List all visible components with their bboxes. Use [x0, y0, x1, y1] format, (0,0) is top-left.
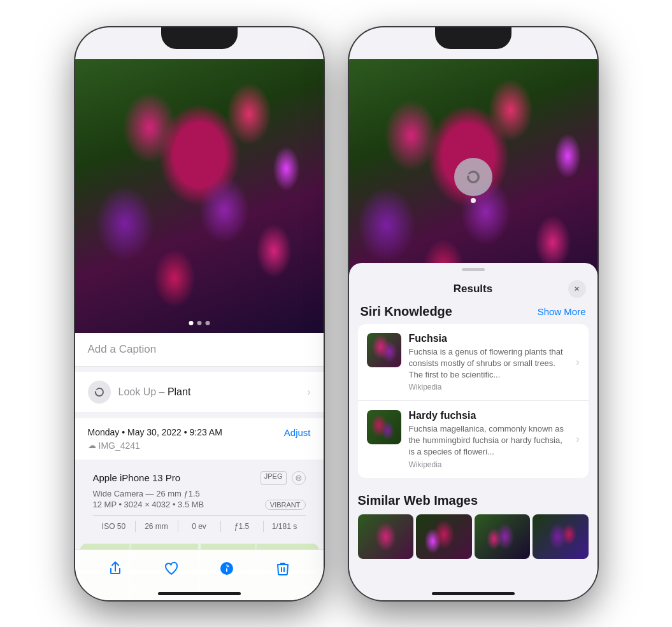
camera-badges: JPEG ◎: [261, 471, 306, 485]
focal-value: 26 mm: [136, 521, 178, 532]
format-badge: JPEG: [261, 471, 287, 485]
similar-images-grid: [358, 514, 589, 559]
similar-image-4[interactable]: [533, 514, 589, 559]
siri-knowledge-header: Siri Knowledge Show More: [358, 304, 589, 319]
cloud-icon: ☁: [88, 440, 96, 450]
similar-title: Similar Web Images: [358, 493, 589, 508]
shutter-value: 1/181 s: [264, 521, 306, 532]
camera-header: Apple iPhone 13 Pro JPEG ◎: [93, 471, 306, 485]
caption-placeholder: Add a Caption: [88, 343, 157, 355]
siri-dot: [471, 198, 476, 203]
vibrant-badge: VIBRANT: [265, 500, 306, 510]
camera-section: Apple iPhone 13 Pro JPEG ◎ Wide Camera —…: [80, 465, 318, 539]
knowledge-item-fuchsia[interactable]: Fuchsia Fuchsia is a genus of flowering …: [358, 324, 589, 402]
hardy-thumb-img: [367, 410, 401, 444]
fuchsia-thumbnail: [367, 333, 401, 367]
results-title: Results: [378, 283, 568, 295]
siri-knowledge-section: Siri Knowledge Show More Fuchsia Fuchsia…: [349, 304, 597, 484]
camera-specs: 12 MP • 3024 × 4032 • 3.5 MB VIBRANT: [93, 500, 306, 510]
home-indicator-right: [432, 592, 515, 595]
lookup-row[interactable]: Look Up – Plant ›: [75, 372, 324, 413]
siri-vision-icon: [88, 381, 111, 404]
siri-knowledge-title: Siri Knowledge: [361, 304, 452, 319]
hardy-fuchsia-description: Fuchsia magellanica, commonly known as t…: [409, 423, 569, 458]
fuchsia-source: Wikipedia: [409, 383, 569, 391]
notch-left: [161, 27, 238, 49]
date-row: Monday • May 30, 2022 • 9:23 AM Adjust: [88, 427, 311, 438]
knowledge-card: Fuchsia Fuchsia is a genus of flowering …: [358, 324, 589, 478]
camera-model: Apple iPhone 13 Pro: [93, 472, 181, 483]
knowledge-item-hardy-fuchsia[interactable]: Hardy fuchsia Fuchsia magellanica, commo…: [358, 401, 589, 478]
siri-visual-search-circle[interactable]: [454, 158, 492, 196]
home-indicator-left: [158, 592, 241, 595]
resolution-info: 12 MP • 3024 × 4032 • 3.5 MB: [93, 500, 204, 509]
hardy-fuchsia-thumbnail: [367, 410, 401, 444]
results-header: Results ×: [349, 271, 597, 304]
lookup-chevron: ›: [307, 386, 310, 398]
delete-button[interactable]: [273, 559, 292, 578]
dot-1: [189, 321, 193, 325]
fuchsia-content: Fuchsia Fuchsia is a genus of flowering …: [409, 333, 569, 392]
like-button[interactable]: [162, 559, 181, 578]
caption-area[interactable]: Add a Caption: [75, 333, 324, 367]
location-badge: ◎: [292, 471, 306, 485]
share-button[interactable]: [106, 559, 125, 578]
photo-indicator: [189, 321, 210, 325]
similar-image-3[interactable]: [475, 514, 531, 559]
hardy-fuchsia-chevron: ›: [576, 433, 579, 445]
dot-2: [197, 321, 201, 325]
hardy-fuchsia-name: Hardy fuchsia: [409, 410, 569, 421]
fuchsia-name: Fuchsia: [409, 333, 569, 344]
photo-area-left[interactable]: [75, 59, 324, 333]
filename-text: IMG_4241: [99, 440, 140, 451]
metadata-section: Monday • May 30, 2022 • 9:23 AM Adjust ☁…: [75, 418, 324, 460]
close-button[interactable]: ×: [568, 280, 586, 298]
similar-image-1[interactable]: [358, 514, 414, 559]
results-panel: Results × Siri Knowledge Show More: [349, 263, 597, 600]
filename-row: ☁ IMG_4241: [88, 440, 311, 451]
photo-date: Monday • May 30, 2022 • 9:23 AM: [88, 427, 222, 437]
svg-text:✦: ✦: [226, 564, 230, 568]
iso-value: ISO 50: [93, 521, 136, 532]
similar-web-images-section: Similar Web Images: [349, 484, 597, 565]
info-button[interactable]: i ✦: [217, 559, 236, 578]
camera-settings: ISO 50 26 mm 0 ev ƒ1.5 1/181 s: [93, 515, 306, 532]
aperture-value: ƒ1.5: [221, 521, 264, 532]
right-screen: Results × Siri Knowledge Show More: [349, 27, 597, 600]
left-screen: Add a Caption Look Up – Plant › Monday •…: [75, 27, 324, 600]
show-more-button[interactable]: Show More: [538, 306, 586, 317]
fuchsia-description: Fuchsia is a genus of flowering plants t…: [409, 346, 569, 381]
lookup-label: Look Up – Plant: [118, 386, 191, 398]
lens-info: Wide Camera — 26 mm ƒ1.5: [93, 489, 306, 498]
left-phone: Add a Caption Look Up – Plant › Monday •…: [75, 27, 324, 600]
dot-3: [205, 321, 210, 325]
hardy-fuchsia-source: Wikipedia: [409, 460, 569, 469]
notch-right: [435, 27, 511, 49]
right-phone: Results × Siri Knowledge Show More: [349, 27, 597, 600]
adjust-button[interactable]: Adjust: [284, 427, 311, 438]
hardy-fuchsia-content: Hardy fuchsia Fuchsia magellanica, commo…: [409, 410, 569, 469]
similar-image-2[interactable]: [416, 514, 472, 559]
flower-background: [75, 59, 324, 333]
fuchsia-thumb-img: [367, 333, 401, 367]
ev-value: 0 ev: [178, 521, 221, 532]
fuchsia-chevron: ›: [576, 356, 579, 368]
